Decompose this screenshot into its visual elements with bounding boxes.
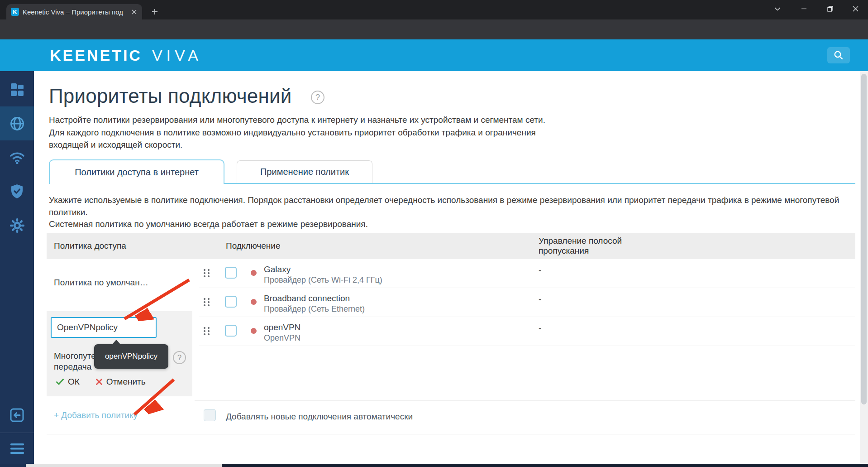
table-row: Broadband connection Провайдер (Сеть Eth… bbox=[199, 288, 855, 317]
hamburger-menu-icon bbox=[10, 443, 24, 454]
row-separator bbox=[195, 400, 855, 401]
table-bottom-border bbox=[47, 434, 855, 434]
sidebar-item-settings[interactable] bbox=[0, 208, 34, 242]
connection-type: OpenVPN bbox=[264, 333, 300, 343]
gear-icon bbox=[10, 218, 24, 233]
bandwidth-value: - bbox=[539, 265, 541, 276]
multipath-help-icon[interactable]: ? bbox=[173, 351, 186, 364]
sidebar-menu-button[interactable] bbox=[0, 433, 34, 464]
auto-add-checkbox[interactable] bbox=[204, 409, 216, 421]
page-title: Приоритеты подключений bbox=[49, 85, 292, 107]
browser-tab[interactable]: K Keenetic Viva – Приоритеты под bbox=[6, 4, 142, 19]
sidebar-item-dashboard[interactable] bbox=[0, 72, 34, 106]
window-minimize-button[interactable] bbox=[793, 0, 814, 17]
new-tab-icon[interactable] bbox=[149, 6, 160, 17]
connection-type: Провайдер (Сеть Wi-Fi 2,4 ГГц) bbox=[264, 275, 382, 285]
bandwidth-value: - bbox=[539, 323, 541, 334]
main-content: Приоритеты подключений ? Настройте полит… bbox=[34, 71, 860, 464]
column-header-connection: Подключение bbox=[226, 233, 280, 259]
intro-line: входящей и исходящей скорости. bbox=[49, 139, 545, 151]
keenetic-logo: KEENETIC VIVA bbox=[50, 39, 202, 71]
tab-access-policies[interactable]: Политики доступа в интернет bbox=[49, 159, 224, 184]
wifi-icon bbox=[9, 151, 25, 164]
sidebar-item-security[interactable] bbox=[0, 174, 34, 208]
status-dot bbox=[251, 299, 257, 305]
connection-name: Galaxy bbox=[264, 264, 382, 275]
shield-check-icon bbox=[10, 184, 24, 199]
policy-name-tooltip: openVPNpolicy bbox=[94, 344, 168, 369]
status-dot bbox=[251, 270, 257, 276]
note-line: Укажите используемые в политике подключе… bbox=[49, 194, 860, 218]
connection-checkbox[interactable] bbox=[225, 325, 237, 337]
auto-add-label: Добавлять новые подключения автоматическ… bbox=[226, 410, 413, 423]
cancel-button[interactable]: Отменить bbox=[106, 377, 146, 387]
column-header-bandwidth: Управление полосой пропускания bbox=[539, 233, 656, 259]
note-line: Системная политика по умолчанию всегда р… bbox=[49, 218, 860, 231]
table-row: Galaxy Провайдер (Сеть Wi-Fi 2,4 ГГц) - bbox=[199, 259, 855, 288]
taskbar-sliver bbox=[0, 464, 868, 467]
exit-arrow-icon bbox=[10, 408, 24, 422]
keenetic-favicon-icon: K bbox=[11, 8, 19, 16]
tab-search-chevron-icon[interactable] bbox=[767, 0, 788, 17]
default-policy-label[interactable]: Политика по умолчан… bbox=[54, 277, 185, 288]
add-policy-link[interactable]: + Добавить политику bbox=[54, 410, 138, 421]
search-button[interactable] bbox=[827, 47, 850, 63]
connection-name-block: Galaxy Провайдер (Сеть Wi-Fi 2,4 ГГц) bbox=[264, 264, 382, 285]
connection-checkbox[interactable] bbox=[225, 296, 237, 308]
window-restore-button[interactable] bbox=[820, 0, 840, 17]
drag-handle-icon[interactable] bbox=[204, 269, 210, 278]
search-icon bbox=[834, 50, 844, 60]
drag-handle-icon[interactable] bbox=[204, 298, 210, 307]
intro-line: Настройте политики резервирования или мн… bbox=[49, 114, 545, 126]
brand-text: KEENETIC bbox=[50, 47, 142, 64]
drag-handle-icon[interactable] bbox=[204, 327, 210, 336]
dashboard-icon bbox=[10, 83, 24, 96]
globe-icon bbox=[10, 116, 25, 131]
page-help-icon[interactable]: ? bbox=[311, 91, 324, 104]
page-scrollbar[interactable] bbox=[860, 71, 868, 464]
screen: K Keenetic Viva – Приоритеты под bbox=[0, 0, 868, 467]
status-dot bbox=[251, 328, 257, 334]
connection-name-block: Broadband connection Провайдер (Сеть Eth… bbox=[264, 293, 365, 314]
cancel-cross-icon bbox=[96, 379, 102, 385]
table-header: Политика доступа Подключение Управление … bbox=[47, 233, 855, 259]
ok-button[interactable]: ОК bbox=[68, 377, 80, 387]
browser-toolbar: ⚠ Не защищено my.keenetic.net /controlPa… bbox=[0, 19, 868, 39]
connection-list: Galaxy Провайдер (Сеть Wi-Fi 2,4 ГГц) - … bbox=[199, 259, 855, 346]
page-intro: Настройте политики резервирования или мн… bbox=[49, 114, 545, 151]
sidebar-collapse-button[interactable] bbox=[0, 397, 34, 433]
connection-checkbox[interactable] bbox=[225, 267, 237, 279]
window-close-button[interactable] bbox=[845, 0, 866, 17]
app-header: KEENETIC VIVA bbox=[0, 39, 868, 71]
sidebar-nav bbox=[0, 71, 34, 464]
ok-check-icon bbox=[56, 379, 64, 385]
browser-tabstrip: K Keenetic Viva – Приоритеты под bbox=[0, 0, 868, 19]
browser-tab-title: Keenetic Viva – Приоритеты под bbox=[23, 8, 126, 16]
tab-policy-assignment[interactable]: Применение политик bbox=[237, 160, 372, 183]
table-row: openVPN OpenVPN - bbox=[199, 317, 855, 346]
bandwidth-value: - bbox=[539, 294, 541, 305]
connection-name: Broadband connection bbox=[264, 293, 365, 304]
column-header-policy: Политика доступа bbox=[54, 233, 126, 259]
tab-close-icon[interactable] bbox=[129, 7, 138, 16]
model-text: VIVA bbox=[152, 47, 202, 64]
sidebar-item-internet[interactable] bbox=[0, 106, 34, 140]
scrollbar-thumb[interactable] bbox=[861, 74, 867, 404]
tab-note: Укажите используемые в политике подключе… bbox=[49, 194, 860, 231]
policy-name-input[interactable] bbox=[51, 317, 157, 338]
connection-name: openVPN bbox=[264, 322, 300, 333]
sidebar-item-wifi[interactable] bbox=[0, 140, 34, 174]
connection-type: Провайдер (Сеть Ethernet) bbox=[264, 304, 365, 314]
connection-name-block: openVPN OpenVPN bbox=[264, 322, 300, 343]
intro-line: Для каждого подключения в политике возмо… bbox=[49, 126, 545, 139]
